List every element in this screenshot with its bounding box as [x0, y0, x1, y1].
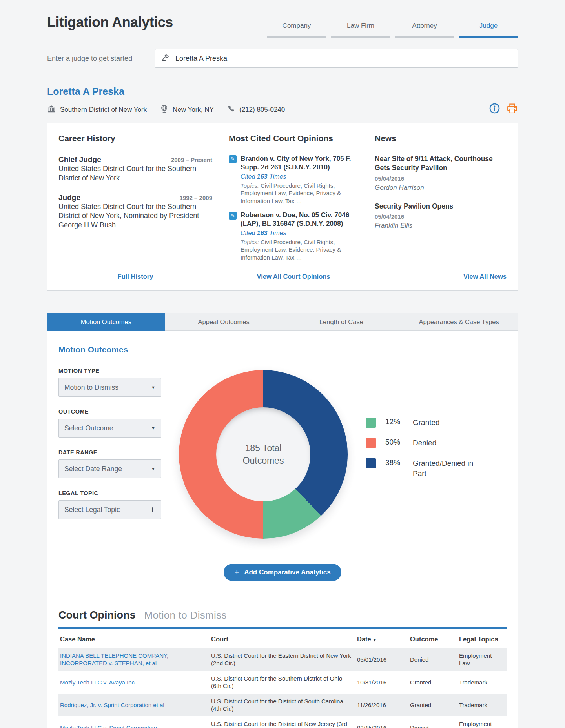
- page-title: Litigation Analytics: [47, 14, 173, 31]
- tab-underline: [459, 36, 518, 38]
- judge-overview-card: Career History Chief Judge 2009 – Presen…: [47, 123, 518, 291]
- case-link[interactable]: Mozly Tech LLC v. Avaya Inc.: [60, 679, 136, 686]
- view-all-news-link[interactable]: View All News: [463, 273, 507, 280]
- sort-desc-icon: ▾: [374, 637, 376, 643]
- col-case-name: Case Name: [58, 629, 210, 648]
- donut-center-label: 185 Total Outcomes: [216, 407, 310, 501]
- outcome-label: OUTCOME: [58, 408, 161, 415]
- col-date-sort[interactable]: Date▾: [355, 629, 408, 648]
- full-history-link[interactable]: Full History: [118, 273, 153, 280]
- col-court: Court: [210, 629, 355, 648]
- tab-motion-outcomes[interactable]: Motion Outcomes: [47, 313, 165, 331]
- search-label: Enter a judge to get started: [47, 54, 155, 63]
- legal-topic-selector[interactable]: Select Legal Topic +: [58, 500, 161, 519]
- news-item: Security Pavilion Opens 05/04/2016 Frank…: [375, 202, 507, 230]
- tab-underline: [267, 36, 326, 38]
- legend-swatch: [366, 418, 376, 428]
- table-header-row: Case Name Court Date▾ Outcome Legal Topi…: [58, 629, 507, 648]
- plus-icon: +: [149, 505, 155, 515]
- career-history-column: Career History Chief Judge 2009 – Presen…: [58, 134, 212, 267]
- tab-law-firm[interactable]: Law Firm: [331, 22, 390, 37]
- table-row: Mozly Tech LLC v. Avaya Inc. U.S. Distri…: [58, 671, 507, 694]
- judge-search-row: Enter a judge to get started: [47, 49, 518, 68]
- case-link[interactable]: INDIANA BELL TELEPHONE COMPANY, INCORPOR…: [60, 652, 168, 666]
- judge-search-input[interactable]: [175, 54, 512, 63]
- tab-underline: [395, 36, 454, 38]
- court-opinions-header: Court Opinions Motion to Dismiss: [58, 609, 507, 621]
- case-link[interactable]: Mozly Tech LLC v. Sprint Corporation: [60, 724, 157, 728]
- court-opinions-title: Court Opinions: [58, 609, 135, 621]
- view-all-court-opinions-link[interactable]: View All Court Opinions: [257, 273, 330, 280]
- motion-outcomes-panel: Motion Outcomes MOTION TYPE Motion to Di…: [47, 331, 518, 728]
- info-icon[interactable]: [489, 103, 500, 114]
- legend-swatch: [366, 438, 376, 448]
- judge-meta-row: Southern District of New York New York, …: [47, 104, 518, 115]
- tab-underline: [331, 36, 390, 38]
- legend-item-granted: 12% Granted: [366, 418, 474, 428]
- analytics-tabs: Motion Outcomes Appeal Outcomes Length o…: [47, 313, 518, 331]
- career-entry: Chief Judge 2009 – Present United States…: [58, 154, 212, 183]
- judge-name: Loretta A Preska: [47, 86, 518, 97]
- chevron-down-icon: ▼: [151, 385, 155, 390]
- news-column: News Near Site of 9/11 Attack, Courthous…: [375, 134, 507, 267]
- legal-topic-label: LEGAL TOPIC: [58, 490, 161, 496]
- date-range-label: DATE RANGE: [58, 449, 161, 456]
- date-range-dropdown[interactable]: Select Date Range ▼: [58, 459, 161, 478]
- edit-icon[interactable]: ✎: [229, 155, 237, 163]
- courthouse-icon: [47, 105, 56, 115]
- chevron-down-icon: ▼: [151, 467, 155, 471]
- outcomes-donut-chart: 185 Total Outcomes: [179, 370, 348, 539]
- motion-outcomes-heading: Motion Outcomes: [58, 331, 507, 354]
- legend-item-denied: 50% Denied: [366, 438, 474, 448]
- plus-icon: +: [234, 568, 239, 577]
- table-row: Mozly Tech LLC v. Sprint Corporation U.S…: [58, 716, 507, 728]
- litigation-analytics-page: Litigation Analytics Company Law Firm At…: [47, 0, 518, 728]
- news-item: Near Site of 9/11 Attack, Courthouse Get…: [375, 154, 507, 192]
- tab-length-of-case[interactable]: Length of Case: [283, 313, 401, 331]
- add-comparative-analytics-button[interactable]: + Add Comparative Analytics: [224, 564, 341, 581]
- filters-column: MOTION TYPE Motion to Dismiss ▼ OUTCOME …: [58, 368, 161, 539]
- tab-company[interactable]: Company: [267, 22, 326, 37]
- globe-icon: [160, 104, 168, 115]
- tab-appearances-case-types[interactable]: Appearances & Case Types: [400, 313, 518, 331]
- case-link[interactable]: Rodriguez, Jr. v. Sprint Corporation et …: [60, 702, 164, 708]
- news-title: News: [375, 134, 507, 147]
- table-row: INDIANA BELL TELEPHONE COMPANY, INCORPOR…: [58, 648, 507, 671]
- career-history-title: Career History: [58, 134, 212, 147]
- judge-phone: (212) 805-0240: [227, 105, 285, 115]
- court-opinions-table: Case Name Court Date▾ Outcome Legal Topi…: [58, 629, 507, 728]
- col-legal-topics: Legal Topics: [457, 629, 507, 648]
- motion-type-dropdown[interactable]: Motion to Dismiss ▼: [58, 378, 161, 397]
- legend-item-granted-denied-in-part: 38% Granted/Denied in Part: [366, 458, 474, 478]
- gavel-icon: [161, 53, 170, 64]
- table-row: Rodriguez, Jr. v. Sprint Corporation et …: [58, 694, 507, 716]
- court-opinions-subtitle: Motion to Dismiss: [144, 609, 226, 621]
- judge-location: New York, NY: [160, 104, 214, 115]
- tab-judge[interactable]: Judge: [459, 22, 518, 37]
- judge-search-box[interactable]: [155, 49, 518, 68]
- most-cited-title: Most Cited Court Opinions: [229, 134, 358, 147]
- phone-icon: [227, 105, 235, 115]
- edit-icon[interactable]: ✎: [229, 212, 237, 220]
- outcome-dropdown[interactable]: Select Outcome ▼: [58, 419, 161, 438]
- motion-type-label: MOTION TYPE: [58, 368, 161, 374]
- judge-actions: [489, 103, 518, 114]
- cited-count: Cited 163 Times: [241, 173, 358, 180]
- judge-court: Southern District of New York: [47, 105, 147, 115]
- tab-appeal-outcomes[interactable]: Appeal Outcomes: [165, 313, 283, 331]
- printer-icon[interactable]: [507, 103, 518, 114]
- career-entry: Judge 1992 – 2009 United States District…: [58, 192, 212, 230]
- chart-legend: 12% Granted 50% Denied 38% Granted/Denie…: [366, 418, 474, 488]
- col-outcome: Outcome: [408, 629, 457, 648]
- cited-count: Cited 163 Times: [241, 230, 358, 237]
- most-cited-column: Most Cited Court Opinions ✎ Brandon v. C…: [229, 134, 358, 267]
- chevron-down-icon: ▼: [151, 426, 155, 430]
- page-header: Litigation Analytics Company Law Firm At…: [47, 14, 518, 37]
- legend-swatch: [366, 458, 376, 468]
- tab-attorney[interactable]: Attorney: [395, 22, 454, 37]
- cited-opinion-item: ✎ Robertson v. Doe, No. 05 Civ. 7046 (LA…: [229, 211, 358, 261]
- entity-tabs: Company Law Firm Attorney Judge: [267, 22, 518, 37]
- cited-opinion-item: ✎ Brandon v. City of New York, 705 F. Su…: [229, 154, 358, 205]
